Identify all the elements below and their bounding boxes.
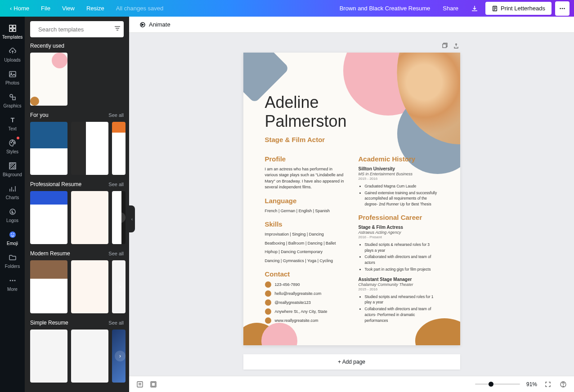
handle-icon xyxy=(265,299,271,306)
rail-uploads[interactable]: Uploads xyxy=(0,43,25,66)
templates-icon xyxy=(8,24,17,33)
search-input[interactable] xyxy=(38,26,114,33)
download-icon[interactable] xyxy=(467,1,482,16)
template-thumb[interactable] xyxy=(30,191,67,244)
print-button[interactable]: Print Letterheads xyxy=(485,2,552,15)
template-thumb[interactable] xyxy=(71,191,108,244)
help-icon[interactable] xyxy=(559,380,568,389)
document-title[interactable]: Brown and Black Creative Resume xyxy=(340,5,430,12)
left-rail: Templates Uploads Photos Graphics TText … xyxy=(0,17,25,392)
contact-heading: Contact xyxy=(265,270,345,278)
rail-text[interactable]: TText xyxy=(0,112,25,135)
see-all-link[interactable]: See all xyxy=(108,182,124,187)
add-page-button[interactable]: + Add page xyxy=(243,354,460,370)
template-thumb[interactable] xyxy=(71,260,108,313)
svg-rect-8 xyxy=(9,71,16,77)
svg-point-3 xyxy=(564,8,565,9)
academic-dates: 2015 - 2016 xyxy=(359,177,439,181)
next-arrow[interactable]: › xyxy=(115,143,126,154)
template-thumb[interactable] xyxy=(30,122,67,175)
svg-rect-11 xyxy=(13,97,15,100)
svg-point-23 xyxy=(12,280,13,281)
filter-icon[interactable] xyxy=(114,25,121,34)
email-icon xyxy=(265,290,271,297)
svg-point-21 xyxy=(13,233,14,234)
home-button[interactable]: ‹Home xyxy=(4,2,35,14)
file-menu[interactable]: File xyxy=(36,2,56,14)
next-arrow[interactable]: › xyxy=(115,212,126,223)
rail-photos[interactable]: Photos xyxy=(0,66,25,89)
contact-address: Anywhere St., Any City, State xyxy=(275,309,327,314)
rail-folders[interactable]: Folders xyxy=(0,249,25,272)
animate-button[interactable]: Animate xyxy=(135,19,174,30)
share-page-icon[interactable] xyxy=(452,42,460,50)
job-dates: 2015 - 2016 xyxy=(359,287,439,291)
profile-heading: Profile xyxy=(265,155,345,163)
career-heading: Professional Career xyxy=(359,214,439,221)
job-company: Chalamay Community Theater xyxy=(359,282,439,287)
template-thumb[interactable] xyxy=(30,260,67,313)
svg-point-24 xyxy=(14,280,15,281)
save-status: All changes saved xyxy=(111,2,169,14)
job-title: Assistant Stage Manager xyxy=(359,277,439,282)
resize-menu[interactable]: Resize xyxy=(81,2,110,14)
share-button[interactable]: Share xyxy=(437,2,464,14)
next-arrow[interactable]: › xyxy=(115,351,126,361)
background-icon xyxy=(8,161,17,170)
contact-phone: 123-456-7890 xyxy=(275,282,300,287)
emoji-icon xyxy=(8,230,17,239)
rail-styles[interactable]: Styles xyxy=(0,135,25,158)
svg-point-1 xyxy=(560,8,561,9)
section-recent-title: Recently used xyxy=(30,43,64,49)
next-arrow[interactable]: › xyxy=(115,281,126,292)
notes-icon[interactable] xyxy=(135,380,144,389)
templates-panel: Recently used For youSee all › Professio… xyxy=(25,17,129,392)
language-text: French | German | English | Spanish xyxy=(265,208,345,214)
rail-graphics[interactable]: Graphics xyxy=(0,89,25,112)
see-all-link[interactable]: See all xyxy=(108,112,124,118)
see-all-link[interactable]: See all xyxy=(108,251,124,256)
rail-more[interactable]: More xyxy=(0,272,25,295)
more-horizontal-icon xyxy=(8,276,17,285)
see-all-link[interactable]: See all xyxy=(108,320,124,325)
duplicate-page-icon[interactable] xyxy=(440,42,448,50)
section-modern-title: Modern Resume xyxy=(30,250,70,257)
fullscreen-icon[interactable] xyxy=(543,380,552,389)
template-thumb[interactable] xyxy=(71,122,108,175)
job-bullet: Studied scripts & rehearsed roles for 3 … xyxy=(365,242,439,254)
svg-point-22 xyxy=(9,280,11,281)
contact-handle: @reallygreatsite123 xyxy=(275,300,311,305)
animate-icon xyxy=(139,21,146,28)
svg-text:T: T xyxy=(10,116,14,124)
rail-templates[interactable]: Templates xyxy=(0,20,25,43)
svg-point-19 xyxy=(9,232,16,238)
academic-degree: MS in Entertainment Business xyxy=(359,172,439,176)
document-icon xyxy=(492,5,498,12)
template-thumb[interactable] xyxy=(30,330,67,383)
rail-logos[interactable]: LLogos xyxy=(0,204,25,227)
view-menu[interactable]: View xyxy=(57,2,80,14)
duration-icon[interactable] xyxy=(149,380,158,389)
template-thumb[interactable] xyxy=(71,330,108,383)
svg-rect-28 xyxy=(137,382,143,387)
logo-icon: L xyxy=(8,207,17,216)
svg-rect-30 xyxy=(152,383,155,386)
rail-background[interactable]: Bkground xyxy=(0,158,25,181)
more-button[interactable] xyxy=(555,1,570,16)
zoom-percent[interactable]: 91% xyxy=(526,381,537,388)
rail-emoji[interactable]: Emoji xyxy=(0,227,25,249)
job-company: Astraeus Acting Agency xyxy=(359,230,439,235)
svg-rect-4 xyxy=(9,25,12,28)
svg-point-2 xyxy=(562,8,563,9)
resume-page[interactable]: AdelinePalmerston Stage & Film Actor Pro… xyxy=(243,53,460,345)
contact-email: hello@reallygreatsite.com xyxy=(275,291,322,296)
collapse-panel-button[interactable]: ‹ xyxy=(129,205,135,232)
svg-point-10 xyxy=(10,94,13,97)
academic-bullet: Graduated Magna Cum Laude xyxy=(365,183,439,189)
section-professional-title: Professional Resume xyxy=(30,181,81,187)
photo-icon xyxy=(8,70,17,79)
zoom-slider[interactable] xyxy=(475,383,520,385)
template-thumb[interactable] xyxy=(30,53,67,106)
svg-point-9 xyxy=(11,73,12,74)
rail-charts[interactable]: Charts xyxy=(0,181,25,204)
